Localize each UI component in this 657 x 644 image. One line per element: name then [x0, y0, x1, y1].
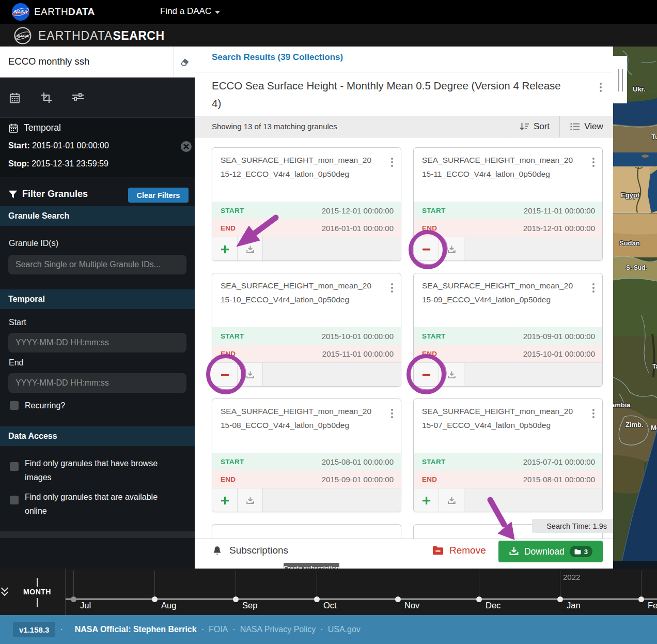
- spatial-filter-button[interactable]: [40, 91, 53, 105]
- granule-card[interactable]: SEA_SURFACE_HEIGHT_mon_mean_2015-11_ECCO…: [413, 147, 603, 261]
- collection-more-actions-button[interactable]: [598, 81, 604, 94]
- temporal-section-header[interactable]: Temporal: [0, 289, 195, 309]
- search-results-breadcrumb[interactable]: Search Results (39 Collections): [212, 52, 343, 63]
- timeline-zoom-up-button[interactable]: [37, 578, 38, 586]
- remove-granule-button[interactable]: [414, 237, 439, 261]
- sort-button[interactable]: Sort: [509, 116, 559, 137]
- app-title[interactable]: EARTHDATASEARCH: [38, 29, 165, 43]
- clear-filters-button[interactable]: Clear Filters: [128, 188, 189, 203]
- start-label: START: [221, 332, 244, 340]
- advanced-search-button[interactable]: [71, 91, 85, 105]
- granule-id-input[interactable]: Search Single or Multiple Granule IDs...: [8, 255, 186, 274]
- list-view-icon: [570, 122, 580, 131]
- granule-more-actions-button[interactable]: [389, 282, 395, 294]
- granule-count-text: Showing 13 of 13 matching granules: [212, 122, 337, 131]
- bell-icon: [212, 545, 223, 556]
- granule-more-actions-button[interactable]: [591, 282, 596, 294]
- recurring-checkbox[interactable]: [10, 401, 19, 410]
- version-badge[interactable]: v1.158.3: [13, 622, 55, 637]
- timeline-tick-dot[interactable]: [71, 596, 76, 602]
- data-access-section-header[interactable]: Data Access: [0, 426, 195, 446]
- granule-card[interactable]: SEA_SURFACE_HEIGHT_mon_mean_2015-12_ECCO…: [212, 147, 401, 261]
- download-granule-button[interactable]: [238, 363, 263, 387]
- earthdata-search-logo-icon[interactable]: NASA: [13, 26, 32, 45]
- temporal-filter-button[interactable]: [9, 91, 21, 105]
- panel-resize-handle[interactable]: [613, 56, 627, 103]
- timeline-tick-dot[interactable]: [233, 596, 239, 602]
- timeline-collapse-button[interactable]: [0, 569, 9, 615]
- download-icon: [447, 496, 457, 505]
- clear-search-button[interactable]: [174, 47, 195, 77]
- granule-id: SEA_SURFACE_HEIGHT_mon_mean_2015-07_ECCO…: [422, 405, 577, 432]
- download-granule-button[interactable]: [238, 488, 263, 512]
- temporal-end-input[interactable]: YYYY-MM-DD HH:mm:ss: [8, 373, 186, 393]
- remove-granule-button[interactable]: [414, 363, 439, 387]
- footer: v1.158.3 · NASA Official: Stephen Berric…: [0, 615, 657, 644]
- download-all-button[interactable]: Download 3: [498, 541, 603, 562]
- earthdata-brand[interactable]: EARTHDATA: [34, 6, 95, 18]
- temporal-start-value: Start: 2015-01-01 00:00:00: [8, 141, 109, 150]
- timeline-gridline: [479, 571, 479, 599]
- browse-images-checkbox[interactable]: [10, 462, 19, 471]
- temporal-start-input[interactable]: YYYY-MM-DD HH:mm:ss: [8, 333, 186, 352]
- privacy-policy-link[interactable]: NASA Privacy Policy: [240, 625, 316, 634]
- granule-card[interactable]: SEA_SURFACE_HEIGHT_mon_mean_2015-07_ECCO…: [413, 398, 603, 512]
- end-label: END: [221, 224, 236, 232]
- granule-card[interactable]: SEA_SURFACE_HEIGHT_mon_mean_2015-09_ECCO…: [413, 273, 603, 387]
- start-label: START: [221, 207, 244, 214]
- timeline-tick-dot[interactable]: [152, 596, 158, 602]
- download-granule-button[interactable]: [439, 237, 464, 261]
- download-icon: [509, 546, 519, 557]
- caret-down-icon: [215, 11, 220, 14]
- timeline-tick-dot[interactable]: [314, 596, 320, 602]
- timeline-gridline: [398, 571, 398, 599]
- granule-end-row: END2015-12-01 00:00:00: [414, 219, 602, 237]
- find-a-daac-menu[interactable]: Find a DAAC: [160, 6, 220, 17]
- timeline-month-label: Dec: [486, 601, 500, 610]
- eraser-icon: [179, 56, 190, 68]
- download-granule-button[interactable]: [439, 488, 464, 512]
- timeline-tick-dot[interactable]: [395, 596, 401, 602]
- search-input[interactable]: ECCO monthly ssh: [8, 56, 89, 67]
- timeline-gridline: [317, 571, 317, 599]
- nasa-logo-icon[interactable]: NASA: [11, 3, 30, 21]
- timeline-tick-dot[interactable]: [557, 596, 563, 602]
- download-granule-button[interactable]: [439, 363, 464, 387]
- timeline-gridline: [154, 571, 155, 599]
- collection-title: ECCO Sea Surface Height - Monthly Mean 0…: [212, 77, 568, 112]
- view-button[interactable]: View: [559, 116, 613, 137]
- granule-search-section-header[interactable]: Granule Search: [0, 206, 195, 226]
- granule-card[interactable]: [212, 524, 401, 540]
- remove-granule-button[interactable]: [212, 363, 238, 387]
- remove-temporal-filter-button[interactable]: [180, 141, 192, 154]
- granule-card-footer: [212, 237, 401, 261]
- download-granule-button[interactable]: [238, 237, 263, 261]
- search-time-badge: Search Time: 1.9s: [532, 519, 613, 533]
- granule-card[interactable]: SEA_SURFACE_HEIGHT_mon_mean_2015-08_ECCO…: [212, 398, 401, 512]
- granule-end-row: END2016-01-01 00:00:00: [212, 219, 401, 237]
- map-view[interactable]: Ukr. Tu Egypt Sudan S. Sud. Ta ambia Zim…: [613, 47, 657, 569]
- subscriptions-button[interactable]: Subscriptions: [212, 545, 288, 556]
- app-nav-bar: NASA EARTHDATASEARCH: [0, 24, 657, 47]
- available-online-checkbox[interactable]: [10, 496, 19, 504]
- add-granule-button[interactable]: [212, 237, 238, 261]
- granule-more-actions-button[interactable]: [591, 156, 596, 168]
- end-value: 2015-12-01 00:00:00: [523, 224, 595, 233]
- granule-more-actions-button[interactable]: [389, 407, 395, 420]
- granule-card[interactable]: SEA_SURFACE_HEIGHT_mon_mean_2015-10_ECCO…: [212, 273, 401, 387]
- timeline-zoom-control: MONTH: [9, 569, 66, 615]
- timeline-month-label: Feb: [648, 601, 657, 610]
- map-label-south-sudan: S. Sud.: [626, 264, 647, 271]
- granule-more-actions-button[interactable]: [591, 407, 596, 420]
- timeline-tick-dot[interactable]: [476, 596, 482, 602]
- timeline-zoom-down-button[interactable]: [37, 598, 38, 606]
- minus-icon: [220, 370, 230, 380]
- map-label-zimbabwe: Zimb.: [625, 421, 644, 428]
- granule-more-actions-button[interactable]: [389, 156, 395, 168]
- timeline-tick-dot[interactable]: [638, 596, 644, 602]
- add-granule-button[interactable]: [414, 488, 439, 512]
- usa-gov-link[interactable]: USA.gov: [328, 625, 361, 634]
- remove-granules-button[interactable]: Remove: [432, 545, 486, 556]
- foia-link[interactable]: FOIA: [209, 625, 228, 634]
- add-granule-button[interactable]: [212, 488, 238, 512]
